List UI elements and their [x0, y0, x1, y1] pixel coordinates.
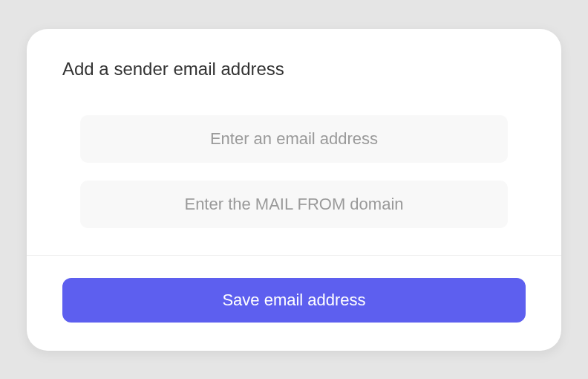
form-fields: [62, 115, 526, 228]
modal-body: Add a sender email address: [27, 29, 561, 255]
email-input[interactable]: [80, 115, 508, 163]
modal-title: Add a sender email address: [62, 59, 526, 80]
modal-footer: Save email address: [27, 255, 561, 351]
mail-from-domain-input[interactable]: [80, 181, 508, 228]
add-sender-modal: Add a sender email address Save email ad…: [27, 29, 561, 351]
save-button[interactable]: Save email address: [62, 278, 526, 323]
